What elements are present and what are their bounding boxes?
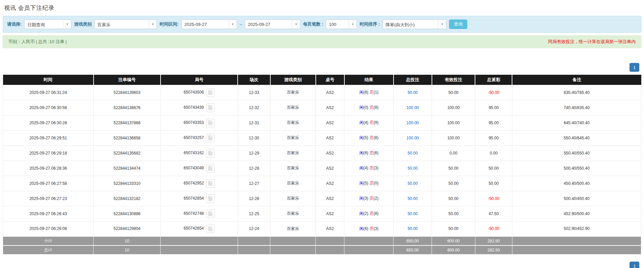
betting-records-table: 时间 注单编号 局号 场次 游戏类别 桌号 结果 总投注 有效投注 总派彩 备注… — [3, 75, 641, 255]
header-remark: 备注 — [512, 75, 641, 85]
video-replay-button[interactable] — [206, 224, 215, 233]
cell-total-bet: 100.00 — [394, 130, 432, 145]
total-bet-link[interactable]: 50.00 — [408, 196, 418, 201]
cell-result: 闲(6) 庄(1) — [344, 85, 394, 100]
video-replay-button[interactable] — [206, 103, 215, 112]
cell-game-type: 百家乐 — [270, 130, 316, 145]
total-label: 总计 — [3, 245, 94, 255]
video-replay-icon — [208, 105, 213, 110]
cell-result: 闲(0) 庄(8) — [344, 100, 394, 115]
cell-game-type: 百家乐 — [270, 145, 316, 161]
cell-session: 12-30 — [238, 130, 270, 145]
cell-round-id: 650742654 — [161, 221, 238, 236]
video-replay-button[interactable] — [206, 149, 215, 158]
cell-valid-bet: 50.00 — [432, 191, 475, 206]
cell-time: 2025-09-27 06:26:43 — [3, 206, 94, 221]
cell-game-type: 百家乐 — [270, 206, 316, 221]
total-bet-link[interactable]: 50.00 — [408, 181, 418, 186]
header-total-bet: 总投注 — [394, 75, 432, 85]
total-bet-link[interactable]: 50.00 — [408, 151, 418, 156]
date-from-select[interactable]: 2025-09-27 ▼ — [181, 20, 237, 29]
result-banker-score: (6) — [373, 150, 378, 155]
table-row: 2025-09-27 06:26:06 522844129804 6507426… — [3, 221, 641, 236]
total-bet-link[interactable]: 50.00 — [408, 211, 418, 216]
cell-remark: 452.90/500.40 — [512, 206, 641, 221]
page-size-select[interactable]: 100 ▼ — [326, 20, 357, 29]
cell-game-type: 百家乐 — [270, 191, 316, 206]
total-payout: 282.50 — [475, 245, 512, 255]
search-button[interactable]: 查询 — [449, 20, 467, 29]
time-sort-label: 时间排序 : — [360, 21, 380, 27]
cell-bet-id: 522844134474 — [94, 161, 161, 176]
video-replay-button[interactable] — [206, 88, 215, 97]
cell-result: 闲(2) 庄(8) — [344, 206, 394, 221]
cell-valid-bet: 50.00 — [432, 221, 475, 236]
video-replay-button[interactable] — [206, 164, 215, 173]
cell-payout: -50.00 — [475, 85, 512, 100]
time-sort-select[interactable]: 降幂(由大到小) ▼ — [382, 20, 446, 29]
cell-time: 2025-09-27 06:28:36 — [3, 161, 94, 176]
result-banker-label: 庄 — [369, 105, 373, 110]
page-1-button[interactable]: 1 — [630, 63, 639, 72]
video-replay-button[interactable] — [206, 134, 215, 142]
subtotal-valid-bet: 600.00 — [432, 236, 475, 245]
cell-result: 闲(6) 庄(6) — [344, 145, 394, 161]
header-table-no: 桌号 — [316, 75, 344, 85]
total-valid-bet: 600.00 — [432, 245, 475, 255]
total-bet-link[interactable]: 100.00 — [406, 136, 419, 140]
header-valid-bet: 有效投注 — [432, 75, 475, 85]
result-player-label: 闲 — [359, 135, 363, 140]
header-result: 结果 — [344, 75, 394, 85]
video-replay-button[interactable] — [206, 194, 215, 203]
chevron-down-icon: ▼ — [348, 20, 357, 29]
video-replay-icon — [208, 166, 213, 171]
cell-time: 2025-09-27 06:30:56 — [3, 100, 94, 115]
cell-time: 2025-09-27 06:31:24 — [3, 85, 94, 100]
result-banker-score: (2) — [373, 196, 378, 201]
cell-valid-bet: 100.00 — [432, 130, 475, 145]
video-replay-button[interactable] — [206, 179, 215, 188]
table-header: 时间 注单编号 局号 场次 游戏类别 桌号 结果 总投注 有效投注 总派彩 备注 — [3, 75, 641, 85]
cell-total-bet: 50.00 — [394, 191, 432, 206]
query-type-select[interactable]: 日期查询 ▼ — [24, 20, 71, 29]
game-type-select[interactable]: 百家乐 ▼ — [94, 20, 157, 29]
chevron-down-icon: ▼ — [63, 20, 71, 29]
result-player-label: 闲 — [359, 166, 363, 170]
result-player-label: 闲 — [359, 226, 363, 231]
cell-remark: 502.90/452.90 — [512, 221, 641, 236]
result-banker-label: 庄 — [369, 211, 373, 216]
cell-result: 闲(4) 庄(9) — [344, 115, 394, 130]
result-banker-label: 庄 — [369, 196, 373, 201]
cell-result: 闲(5) 庄(0) — [344, 176, 394, 191]
cell-time: 2025-09-27 06:26:06 — [3, 221, 94, 236]
cell-total-bet: 50.00 — [394, 85, 432, 100]
cell-valid-bet: 100.00 — [432, 100, 475, 115]
video-replay-button[interactable] — [206, 209, 215, 218]
total-bet-link[interactable]: 50.00 — [408, 166, 418, 171]
cell-remark: 500.40/550.40 — [512, 161, 641, 176]
video-replay-button[interactable] — [206, 119, 215, 127]
cell-table-no: AS2 — [316, 161, 344, 176]
total-row: 总计 10 650.00 600.00 282.50 — [3, 245, 641, 255]
total-bet-link[interactable]: 100.00 — [406, 121, 419, 125]
cell-table-no: AS2 — [316, 221, 344, 236]
cell-bet-id: 522844130886 — [94, 206, 161, 221]
cell-session: 12-24 — [238, 221, 270, 236]
cell-remark: 550.40/645.40 — [512, 130, 641, 145]
total-bet-link[interactable]: 50.00 — [408, 226, 418, 231]
cell-bet-id: 522844139603 — [94, 85, 161, 100]
total-empty — [238, 245, 270, 255]
table-row: 2025-09-27 06:27:58 522844133310 6507429… — [3, 176, 641, 191]
pagination-bottom: 1 — [3, 262, 641, 268]
page-1-button[interactable]: 1 — [630, 262, 639, 268]
video-replay-icon — [208, 150, 213, 156]
cell-table-no: AS2 — [316, 176, 344, 191]
cell-round-id: 650743162 — [161, 145, 238, 161]
cell-session: 12-33 — [238, 85, 270, 100]
cell-payout: 95.00 — [475, 130, 512, 145]
total-bet-link[interactable]: 100.00 — [406, 105, 419, 110]
total-bet-link[interactable]: 50.00 — [408, 90, 418, 95]
date-to-select[interactable]: 2025-09-27 ▼ — [245, 20, 300, 29]
cell-table-no: AS2 — [316, 130, 344, 145]
round-id-text: 650743353 — [183, 120, 204, 125]
